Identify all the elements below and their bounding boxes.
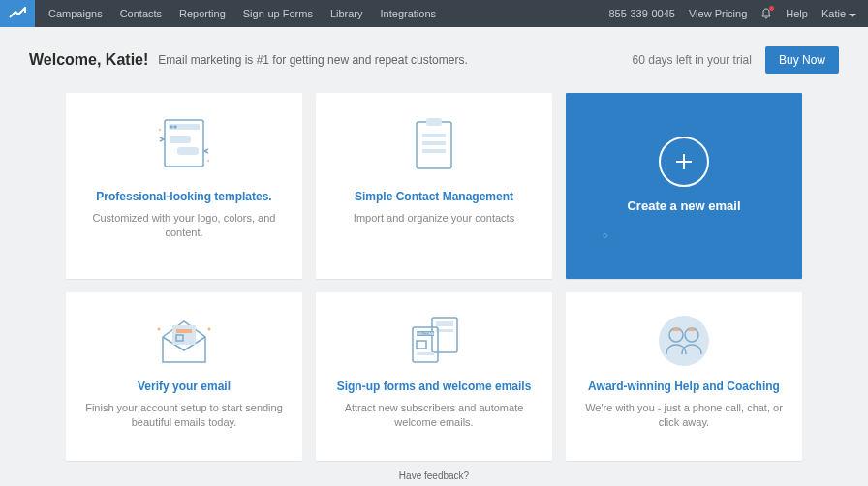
svg-rect-9 [426,118,442,126]
nav-user-menu[interactable]: Katie [822,8,856,19]
svg-rect-5 [177,147,199,155]
nav-help[interactable]: Help [786,8,808,19]
top-nav: Campaigns Contacts Reporting Sign-up For… [0,0,868,27]
svg-rect-26 [417,341,426,349]
svg-rect-21 [436,321,453,326]
card-title: Create a new email [627,198,740,213]
card-create-email[interactable]: Create a new email ○ [566,93,802,279]
plus-icon [659,137,709,187]
card-title: Sign-up forms and welcome emails [337,380,532,393]
nav-library[interactable]: Library [330,8,363,19]
svg-text:WELCOME: WELCOME [417,332,435,336]
carousel-dot: ○ [603,230,607,240]
nav-contacts[interactable]: Contacts [120,8,162,19]
nav-signup-forms[interactable]: Sign-up Forms [243,8,313,19]
welcome-tagline: Email marketing is #1 for getting new an… [158,53,468,67]
chevron-down-icon [849,14,856,17]
nav-reporting[interactable]: Reporting [179,8,226,19]
nav-phone: 855-339-0045 [608,8,675,19]
card-desc: Finish your account setup to start sendi… [85,401,283,431]
card-signup-forms[interactable]: WELCOME Sign-up forms and welcome emails… [316,292,552,461]
nav-campaigns[interactable]: Campaigns [48,8,103,19]
svg-point-6 [159,129,161,131]
card-desc: Attract new subscribers and automate wel… [335,401,533,431]
card-coaching[interactable]: Award-winning Help and Coaching We're wi… [566,292,802,461]
svg-rect-4 [170,136,191,143]
svg-point-19 [208,328,211,331]
feedback-link[interactable]: Have feedback? [0,471,868,481]
card-desc: We're with you - just a phone call, chat… [585,401,783,431]
forms-icon: WELCOME [399,310,469,372]
svg-rect-12 [422,149,446,153]
card-title: Professional-looking templates. [96,190,271,203]
welcome-banner: Welcome, Katie! Email marketing is #1 fo… [0,27,868,93]
svg-rect-27 [417,352,434,355]
svg-point-28 [659,316,709,366]
card-templates[interactable]: Professional-looking templates. Customiz… [66,93,302,279]
card-title: Verify your email [138,380,231,393]
svg-point-18 [158,328,161,331]
svg-rect-11 [422,141,446,145]
trial-status: 60 days left in your trial [633,53,752,67]
svg-rect-1 [169,124,200,130]
card-contacts[interactable]: Simple Contact Management Import and org… [316,93,552,279]
buy-now-button[interactable]: Buy Now [765,46,839,74]
card-title: Award-winning Help and Coaching [588,380,780,393]
nav-pricing[interactable]: View Pricing [689,8,747,19]
notifications-icon[interactable] [760,8,772,19]
welcome-heading: Welcome, Katie! [29,51,148,69]
envelope-icon [149,310,219,372]
nav-integrations[interactable]: Integrations [381,8,436,19]
template-icon [150,110,218,180]
svg-point-7 [207,160,209,162]
card-verify-email[interactable]: Verify your email Finish your account se… [66,292,302,461]
svg-rect-10 [422,134,446,137]
card-desc: Import and organize your contacts [354,211,514,226]
svg-rect-16 [176,329,192,333]
card-desc: Customized with your logo, colors, and c… [85,211,283,241]
card-title: Simple Contact Management [355,190,513,203]
clipboard-icon [407,110,461,180]
people-icon [653,310,715,372]
app-logo[interactable] [0,0,35,27]
